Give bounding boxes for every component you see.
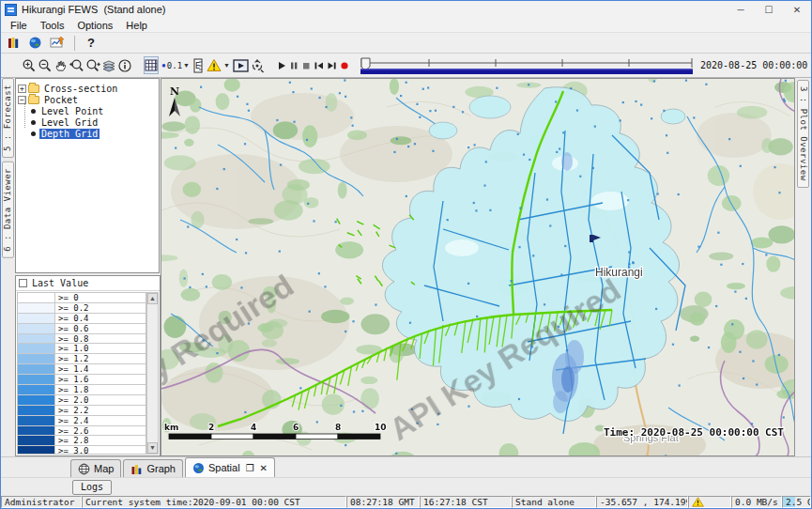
legend-class-label: >= 2.2 [55,406,146,416]
database-icon[interactable] [5,34,23,52]
app-logo-icon [5,4,17,16]
chart-export-icon[interactable] [48,34,66,52]
legend-class-label: >= 2.8 [55,436,146,446]
vertical-scale-icon[interactable]: E [192,56,204,74]
status-memory: 2.5 GB [782,496,811,508]
status-coordinates: -35.657 , 174.199 [596,496,688,508]
left-tab-strip: 5 : Forecast 6 : Data Viewer [1,78,15,456]
tab-forecast[interactable]: 5 : Forecast [2,78,14,158]
folder-icon [28,96,39,104]
tab-maximize-icon[interactable]: ❐ [246,463,254,473]
menu-tools[interactable]: Tools [34,20,71,31]
zoom-next-icon[interactable] [85,56,100,74]
legend-color-swatch [18,314,55,324]
svg-text:4: 4 [251,423,256,432]
tree-item-pocket[interactable]: − Pocket [18,94,157,105]
step-forward-button[interactable] [326,56,338,74]
tree-item-cross-section[interactable]: + Cross-section [18,83,157,94]
menu-file[interactable]: File [4,20,34,31]
map-time-label: Time: 2020-08-25 00:00:00 CST [604,426,784,439]
animation-icon[interactable] [233,56,249,74]
status-warning [688,496,731,508]
svg-text:6: 6 [293,423,299,432]
minimize-button[interactable]: ─ [727,1,755,18]
pause-button[interactable] [288,56,299,74]
legend-row: >= 3.0 [18,446,146,455]
expand-icon[interactable]: + [18,85,26,93]
svg-text:N: N [170,85,179,98]
legend-class-label: >= 2.6 [55,426,146,437]
legend-class-label: >= 0 [55,293,146,303]
menu-options[interactable]: Options [70,20,119,31]
tab-map[interactable]: Map [70,459,121,477]
app-window: Hikurangi FEWS (Stand alone) ─ ☐ ✕ File … [0,0,812,509]
tree-item-level-grid[interactable]: Level Grid [18,116,157,128]
legend-class-label: >= 1.8 [55,385,146,395]
scroll-up-icon[interactable]: ▲ [147,293,158,304]
layers-icon[interactable] [101,56,116,74]
legend-title: Last Value [32,278,88,288]
contour-interval-dropdown[interactable]: ● 0.1 ▼ [160,56,192,74]
time-slider[interactable] [359,56,695,75]
warnings-dropdown[interactable]: ▼ [205,56,232,74]
status-gmt-time: 08:27:18 GMT [346,496,420,508]
tab-graph[interactable]: Graph [123,459,183,477]
svg-text:2: 2 [208,423,214,432]
step-back-button[interactable] [313,56,325,74]
map-toolbar: ● 0.1 ▼ E ▼ [1,54,811,78]
tab-close-icon[interactable]: ✕ [260,463,268,473]
pan-hand-icon[interactable] [54,56,69,74]
record-button[interactable] [339,56,350,74]
zoom-previous-icon[interactable] [69,56,84,74]
menu-help[interactable]: Help [119,20,154,31]
legend-row: >= 0.2 [18,303,146,314]
maximize-button[interactable]: ☐ [755,1,783,18]
legend-scrollbar[interactable]: ▲ ▼ [146,292,159,455]
grid-toggle-icon[interactable] [144,56,159,74]
legend-color-swatch [18,446,55,455]
legend-panel: Last Value >= 0 >= 0.2 [15,275,161,456]
legend-color-swatch [18,293,55,303]
close-button[interactable]: ✕ [783,1,811,18]
legend-class-label: >= 1.2 [55,354,146,364]
svg-text:8: 8 [335,423,341,432]
current-frame-datetime: 2020-08-25 00:00:00 CST [700,60,812,70]
tab-data-viewer[interactable]: 6 : Data Viewer [2,162,14,258]
legend-row: >= 1.6 [18,375,146,385]
spatial-map[interactable]: API Key Required API Key Required Hikura… [161,78,795,456]
tab-plot-overview[interactable]: 3 : Plot Overview [797,80,809,188]
globe-icon[interactable] [26,34,44,52]
svg-text:E: E [195,62,200,70]
play-button[interactable] [276,56,287,74]
title-bar: Hikurangi FEWS (Stand alone) ─ ☐ ✕ [1,1,811,18]
scroll-down-icon[interactable]: ▼ [147,442,158,454]
tab-spatial[interactable]: Spatial ❐ ✕ [185,457,275,477]
legend-color-swatch [18,364,55,375]
legend-class-label: >= 1.6 [55,375,146,385]
node-bullet-icon [31,109,36,114]
status-network-rate: 0.0 MB/s [731,496,782,508]
logs-button[interactable]: Logs [72,480,112,495]
legend-class-label: >= 0.6 [55,324,146,334]
last-value-checkbox[interactable] [19,279,27,287]
legend-row: >= 1.8 [18,385,146,395]
status-system-time: Current system time:2020-09-01 00:00 CST [82,496,346,508]
stop-button[interactable] [300,56,312,74]
legend-row: >= 2.8 [18,436,146,446]
legend-row: >= 0.8 [18,334,146,345]
tree-item-depth-grid[interactable]: Depth Grid [18,128,157,139]
help-button[interactable]: ? [84,36,99,50]
svg-text:km: km [164,423,178,432]
node-bullet-icon [31,131,36,136]
bar-chart-icon [130,463,143,475]
zoom-out-icon[interactable] [38,56,53,74]
legend-row: >= 1.2 [18,354,146,364]
snapshot-icon[interactable] [250,56,265,74]
folder-icon [28,85,39,93]
logs-row: Logs [1,477,811,496]
tree-item-level-point[interactable]: Level Point [18,105,157,116]
globe-icon [192,462,205,474]
zoom-in-icon[interactable] [22,56,37,74]
legend-row: >= 0 [18,293,146,303]
info-icon[interactable] [117,56,132,74]
